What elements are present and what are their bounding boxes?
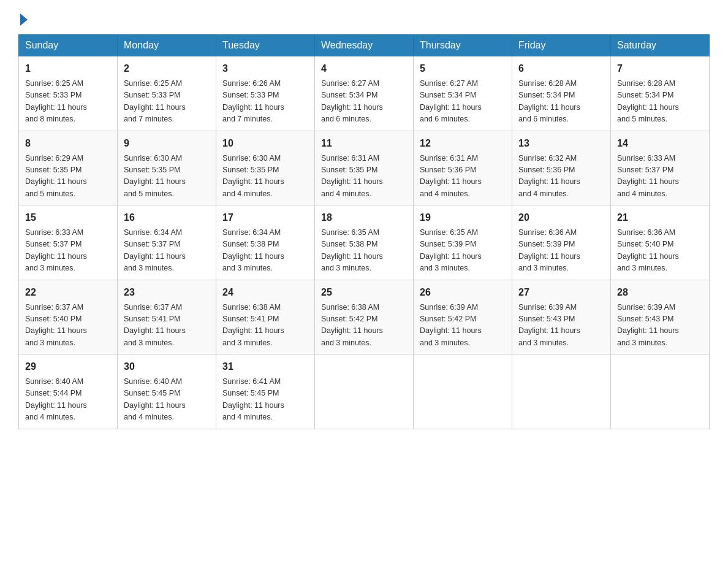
day-number: 16 (124, 210, 210, 225)
day-info: Sunrise: 6:35 AMSunset: 5:39 PMDaylight:… (420, 227, 506, 275)
calendar-day-cell: 16Sunrise: 6:34 AMSunset: 5:37 PMDayligh… (118, 205, 216, 280)
calendar-week-row: 22Sunrise: 6:37 AMSunset: 5:40 PMDayligh… (19, 280, 710, 354)
calendar-day-cell: 25Sunrise: 6:38 AMSunset: 5:42 PMDayligh… (315, 280, 414, 354)
day-number: 30 (124, 359, 210, 374)
day-number: 7 (617, 61, 703, 76)
day-info: Sunrise: 6:33 AMSunset: 5:37 PMDaylight:… (25, 227, 111, 275)
day-info: Sunrise: 6:30 AMSunset: 5:35 PMDaylight:… (222, 153, 308, 201)
day-number: 6 (518, 61, 604, 76)
day-number: 22 (25, 285, 111, 300)
day-number: 13 (518, 136, 604, 151)
day-number: 28 (617, 285, 703, 300)
day-number: 31 (222, 359, 308, 374)
calendar-day-cell: 3Sunrise: 6:26 AMSunset: 5:33 PMDaylight… (216, 56, 315, 131)
day-number: 8 (25, 136, 111, 151)
calendar-week-row: 8Sunrise: 6:29 AMSunset: 5:35 PMDaylight… (19, 131, 710, 205)
day-info: Sunrise: 6:39 AMSunset: 5:43 PMDaylight:… (518, 302, 604, 350)
calendar-day-cell: 24Sunrise: 6:38 AMSunset: 5:41 PMDayligh… (216, 280, 315, 354)
day-info: Sunrise: 6:31 AMSunset: 5:35 PMDaylight:… (321, 153, 407, 201)
day-of-week-header: Wednesday (315, 35, 414, 56)
calendar-day-cell: 23Sunrise: 6:37 AMSunset: 5:41 PMDayligh… (118, 280, 216, 354)
day-number: 20 (518, 210, 604, 225)
calendar-day-cell: 6Sunrise: 6:28 AMSunset: 5:34 PMDaylight… (512, 56, 611, 131)
day-number: 18 (321, 210, 407, 225)
day-number: 12 (420, 136, 506, 151)
calendar-day-cell: 4Sunrise: 6:27 AMSunset: 5:34 PMDaylight… (315, 56, 414, 131)
day-info: Sunrise: 6:25 AMSunset: 5:33 PMDaylight:… (25, 78, 111, 126)
calendar-day-cell: 1Sunrise: 6:25 AMSunset: 5:33 PMDaylight… (19, 56, 118, 131)
calendar-day-cell: 2Sunrise: 6:25 AMSunset: 5:33 PMDaylight… (118, 56, 216, 131)
day-number: 1 (25, 61, 111, 76)
day-number: 26 (420, 285, 506, 300)
calendar-day-cell (512, 354, 611, 429)
day-info: Sunrise: 6:40 AMSunset: 5:45 PMDaylight:… (124, 376, 210, 424)
calendar-day-cell: 18Sunrise: 6:35 AMSunset: 5:38 PMDayligh… (315, 205, 414, 280)
calendar-day-cell: 21Sunrise: 6:36 AMSunset: 5:40 PMDayligh… (611, 205, 710, 280)
calendar-day-cell: 8Sunrise: 6:29 AMSunset: 5:35 PMDaylight… (19, 131, 118, 205)
calendar-day-cell: 20Sunrise: 6:36 AMSunset: 5:39 PMDayligh… (512, 205, 611, 280)
day-number: 2 (124, 61, 210, 76)
calendar-day-cell (611, 354, 710, 429)
day-info: Sunrise: 6:37 AMSunset: 5:41 PMDaylight:… (124, 302, 210, 350)
day-info: Sunrise: 6:27 AMSunset: 5:34 PMDaylight:… (420, 78, 506, 126)
day-number: 27 (518, 285, 604, 300)
calendar-week-row: 29Sunrise: 6:40 AMSunset: 5:44 PMDayligh… (19, 354, 710, 429)
day-info: Sunrise: 6:38 AMSunset: 5:41 PMDaylight:… (222, 302, 308, 350)
calendar-day-cell: 5Sunrise: 6:27 AMSunset: 5:34 PMDaylight… (414, 56, 512, 131)
day-info: Sunrise: 6:30 AMSunset: 5:35 PMDaylight:… (124, 153, 210, 201)
day-number: 21 (617, 210, 703, 225)
day-number: 19 (420, 210, 506, 225)
calendar-day-cell: 11Sunrise: 6:31 AMSunset: 5:35 PMDayligh… (315, 131, 414, 205)
calendar-day-cell: 30Sunrise: 6:40 AMSunset: 5:45 PMDayligh… (118, 354, 216, 429)
calendar-day-cell: 13Sunrise: 6:32 AMSunset: 5:36 PMDayligh… (512, 131, 611, 205)
calendar-week-row: 1Sunrise: 6:25 AMSunset: 5:33 PMDaylight… (19, 56, 710, 131)
day-number: 17 (222, 210, 308, 225)
day-info: Sunrise: 6:36 AMSunset: 5:39 PMDaylight:… (518, 227, 604, 275)
day-number: 15 (25, 210, 111, 225)
calendar-day-cell: 31Sunrise: 6:41 AMSunset: 5:45 PMDayligh… (216, 354, 315, 429)
calendar-day-cell: 19Sunrise: 6:35 AMSunset: 5:39 PMDayligh… (414, 205, 512, 280)
calendar-day-cell: 29Sunrise: 6:40 AMSunset: 5:44 PMDayligh… (19, 354, 118, 429)
calendar-day-cell: 22Sunrise: 6:37 AMSunset: 5:40 PMDayligh… (19, 280, 118, 354)
day-number: 25 (321, 285, 407, 300)
day-info: Sunrise: 6:31 AMSunset: 5:36 PMDaylight:… (420, 153, 506, 201)
day-of-week-header: Sunday (19, 35, 118, 56)
calendar-day-cell (414, 354, 512, 429)
day-info: Sunrise: 6:34 AMSunset: 5:37 PMDaylight:… (124, 227, 210, 275)
day-number: 14 (617, 136, 703, 151)
calendar-day-cell: 12Sunrise: 6:31 AMSunset: 5:36 PMDayligh… (414, 131, 512, 205)
day-info: Sunrise: 6:38 AMSunset: 5:42 PMDaylight:… (321, 302, 407, 350)
day-info: Sunrise: 6:37 AMSunset: 5:40 PMDaylight:… (25, 302, 111, 350)
day-number: 5 (420, 61, 506, 76)
day-number: 23 (124, 285, 210, 300)
day-info: Sunrise: 6:29 AMSunset: 5:35 PMDaylight:… (25, 153, 111, 201)
day-of-week-header: Tuesday (216, 35, 315, 56)
logo-arrow-icon (20, 13, 28, 26)
day-info: Sunrise: 6:27 AMSunset: 5:34 PMDaylight:… (321, 78, 407, 126)
day-info: Sunrise: 6:34 AMSunset: 5:38 PMDaylight:… (222, 227, 308, 275)
calendar-day-cell (315, 354, 414, 429)
day-number: 29 (25, 359, 111, 374)
logo (18, 12, 28, 23)
page-header (18, 12, 710, 23)
day-of-week-header: Saturday (611, 35, 710, 56)
day-info: Sunrise: 6:35 AMSunset: 5:38 PMDaylight:… (321, 227, 407, 275)
day-info: Sunrise: 6:40 AMSunset: 5:44 PMDaylight:… (25, 376, 111, 424)
day-info: Sunrise: 6:36 AMSunset: 5:40 PMDaylight:… (617, 227, 703, 275)
calendar-day-cell: 17Sunrise: 6:34 AMSunset: 5:38 PMDayligh… (216, 205, 315, 280)
day-info: Sunrise: 6:28 AMSunset: 5:34 PMDaylight:… (617, 78, 703, 126)
day-number: 9 (124, 136, 210, 151)
day-number: 4 (321, 61, 407, 76)
day-of-week-header: Friday (512, 35, 611, 56)
day-of-week-header: Thursday (414, 35, 512, 56)
day-info: Sunrise: 6:39 AMSunset: 5:43 PMDaylight:… (617, 302, 703, 350)
day-info: Sunrise: 6:39 AMSunset: 5:42 PMDaylight:… (420, 302, 506, 350)
day-of-week-header: Monday (118, 35, 216, 56)
day-number: 24 (222, 285, 308, 300)
calendar-day-cell: 7Sunrise: 6:28 AMSunset: 5:34 PMDaylight… (611, 56, 710, 131)
calendar-day-cell: 28Sunrise: 6:39 AMSunset: 5:43 PMDayligh… (611, 280, 710, 354)
day-info: Sunrise: 6:41 AMSunset: 5:45 PMDaylight:… (222, 376, 308, 424)
calendar-header-row: SundayMondayTuesdayWednesdayThursdayFrid… (19, 35, 710, 56)
day-info: Sunrise: 6:32 AMSunset: 5:36 PMDaylight:… (518, 153, 604, 201)
calendar-day-cell: 27Sunrise: 6:39 AMSunset: 5:43 PMDayligh… (512, 280, 611, 354)
